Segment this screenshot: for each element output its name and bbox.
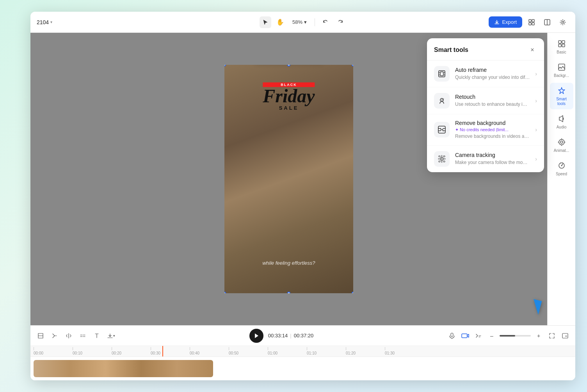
fullscreen-button[interactable] [546, 330, 557, 341]
mic-button[interactable] [446, 330, 457, 341]
auto-reframe-name: Auto reframe [455, 67, 530, 73]
sidebar-item-speed[interactable]: Speed [550, 158, 573, 180]
export-button[interactable]: Export [489, 16, 522, 28]
sidebar-item-animate[interactable]: Animat... [550, 134, 573, 156]
label-0: 00:00 [34, 351, 43, 355]
video-preview[interactable]: BLACK Friday SALE while feeling effortle… [224, 65, 353, 293]
camera-tracking-item[interactable]: Camera tracking Make your camera follow … [427, 146, 544, 172]
ruler-mark-7: 01:10 [307, 347, 346, 355]
playhead[interactable] [162, 346, 163, 356]
toolbar: 2104 ▾ ✋ 58% ▾ [30, 12, 575, 33]
ruler-mark-2: 00:20 [112, 347, 151, 355]
svg-point-27 [441, 158, 443, 159]
mirror-button[interactable] [63, 330, 74, 341]
tick-4 [190, 347, 190, 350]
panel-title: Smart tools [434, 46, 468, 53]
retouch-content: Retouch Use retouch to enhance beauty in… [455, 94, 530, 108]
sidebar-smart-tools-label: Smart tools [552, 97, 571, 106]
tick-7 [307, 347, 307, 350]
remove-background-item[interactable]: Remove background ✦ No credits needed (l… [427, 114, 544, 146]
remove-bg-name: Remove background [455, 120, 530, 126]
export-tl-button[interactable]: ▾ [105, 330, 116, 341]
sidebar-animate-label: Animat... [554, 148, 569, 153]
video-track-clip[interactable] [34, 360, 213, 377]
sidebar-item-background[interactable]: Backgr... [550, 59, 573, 81]
svg-rect-13 [562, 44, 565, 47]
remove-bg-badge: ✦ No credits needed (limit... [455, 127, 530, 132]
label-5: 00:50 [229, 351, 238, 355]
tick-5 [229, 347, 229, 350]
sidebar-basic-label: Basic [557, 50, 566, 55]
trim-button[interactable] [35, 330, 46, 341]
split-view-button[interactable] [541, 16, 553, 29]
subtitle-button[interactable] [473, 330, 484, 341]
layout-button[interactable] [525, 16, 538, 29]
zoom-in-button[interactable]: + [533, 330, 544, 341]
pointer-tool-button[interactable] [260, 16, 271, 28]
svg-rect-28 [439, 156, 440, 157]
svg-rect-0 [529, 20, 531, 22]
retouch-chevron: › [535, 98, 537, 104]
remove-bg-content: Remove background ✦ No credits needed (l… [455, 120, 530, 140]
ruler-marks: 00:00 00:10 00:20 00:30 00:40 [34, 347, 572, 355]
camera-tracking-content: Camera tracking Make your camera follow … [455, 152, 530, 166]
svg-rect-10 [559, 41, 561, 43]
sidebar-item-smart-tools[interactable]: Smart tools [550, 83, 573, 109]
toolbar-left: 2104 ▾ [37, 19, 52, 25]
right-sidebar: Basic Backgr... Smart tools [547, 33, 575, 325]
redo-button[interactable] [334, 16, 346, 28]
retouch-item[interactable]: Retouch Use retouch to enhance beauty in… [427, 87, 544, 114]
svg-rect-32 [451, 333, 453, 337]
camera-btn[interactable] [460, 330, 471, 341]
background-icon [557, 62, 566, 72]
time-separator: | [290, 333, 291, 339]
svg-point-25 [443, 130, 444, 132]
svg-point-6 [562, 21, 564, 23]
toolbar-divider [315, 18, 315, 26]
hand-tool-button[interactable]: ✋ [274, 16, 286, 28]
remove-bg-desc: Remove backgrounds in videos and photos. [455, 133, 530, 140]
label-7: 01:10 [307, 351, 317, 355]
total-time: 00:37:20 [294, 333, 314, 339]
project-dropdown-arrow[interactable]: ▾ [50, 20, 52, 24]
tick-8 [346, 347, 346, 350]
timeline-tracks [30, 357, 575, 380]
tick-0 [34, 347, 34, 350]
tl-right-controls: – + [446, 330, 571, 341]
play-button[interactable] [249, 329, 263, 343]
auto-reframe-chevron: › [535, 71, 537, 77]
svg-rect-12 [559, 44, 561, 47]
tick-3 [151, 347, 151, 350]
tl-playback-center: 00:33:14 | 00:37:20 [119, 329, 443, 343]
panel-header: Smart tools × [427, 38, 544, 61]
svg-rect-30 [443, 156, 445, 157]
auto-reframe-item[interactable]: Auto reframe Quickly change your video i… [427, 61, 544, 87]
remove-bg-icon [434, 122, 450, 137]
sidebar-item-basic[interactable]: Basic [550, 36, 573, 58]
svg-rect-11 [562, 41, 565, 43]
zoom-slider[interactable] [500, 335, 531, 337]
smart-tools-panel: Smart tools × Auto reframe Quickly chang… [427, 38, 544, 172]
pip-button[interactable] [560, 330, 571, 341]
export-label: Export [502, 19, 517, 25]
retouch-desc: Use retouch to enhance beauty in various… [455, 101, 530, 108]
svg-rect-2 [529, 23, 531, 25]
svg-rect-20 [440, 72, 443, 76]
toolbar-center: ✋ 58% ▾ [260, 16, 346, 28]
zoom-control[interactable]: 58% ▾ [289, 18, 310, 27]
ruler-mark-8: 01:20 [346, 347, 385, 355]
main-content: BLACK Friday SALE while feeling effortle… [30, 33, 575, 325]
video-friday-label: Friday [263, 87, 315, 105]
retouch-name: Retouch [455, 94, 530, 100]
settings-button[interactable] [557, 16, 569, 29]
svg-rect-1 [532, 20, 534, 22]
split-button[interactable] [49, 330, 60, 341]
panel-close-button[interactable]: × [528, 45, 537, 55]
text-button[interactable] [91, 330, 102, 341]
svg-point-16 [560, 141, 563, 143]
undo-button[interactable] [320, 16, 331, 28]
sidebar-item-audio[interactable]: Audio [550, 111, 573, 133]
tick-9 [385, 347, 385, 350]
layout-tl-button[interactable] [77, 330, 88, 341]
zoom-out-button[interactable]: – [486, 330, 497, 341]
